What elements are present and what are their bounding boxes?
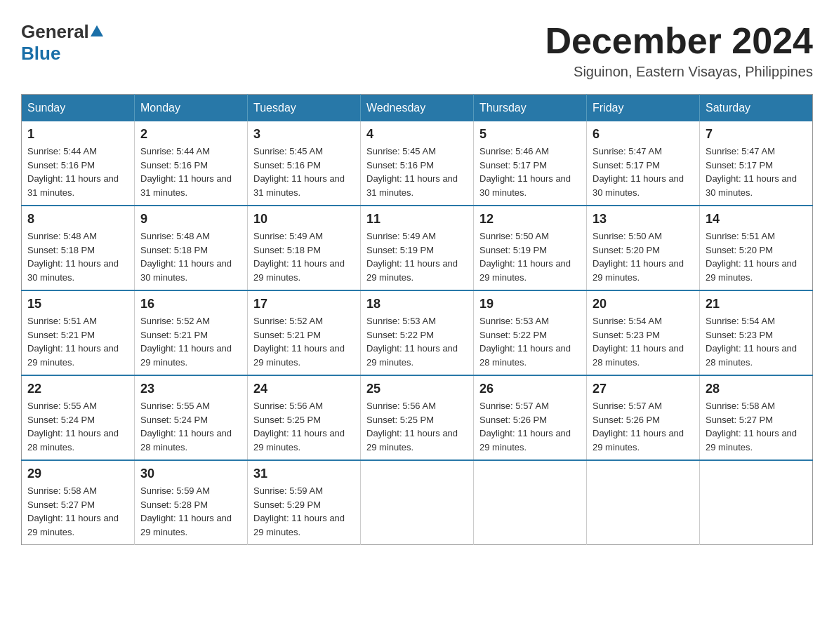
day-number: 8 [27, 212, 128, 227]
calendar-cell: 29Sunrise: 5:58 AMSunset: 5:27 PMDayligh… [22, 460, 135, 545]
calendar-cell: 6Sunrise: 5:47 AMSunset: 5:17 PMDaylight… [587, 121, 700, 206]
day-number: 4 [366, 127, 468, 142]
calendar-cell: 23Sunrise: 5:55 AMSunset: 5:24 PMDayligh… [135, 375, 248, 460]
calendar-cell: 14Sunrise: 5:51 AMSunset: 5:20 PMDayligh… [700, 206, 813, 290]
day-info: Sunrise: 5:56 AMSunset: 5:25 PMDaylight:… [366, 399, 468, 454]
header-wednesday: Wednesday [361, 95, 474, 122]
day-info: Sunrise: 5:50 AMSunset: 5:20 PMDaylight:… [593, 229, 694, 284]
day-number: 24 [253, 382, 355, 396]
day-info: Sunrise: 5:54 AMSunset: 5:23 PMDaylight:… [593, 314, 694, 369]
day-number: 2 [140, 127, 241, 142]
day-info: Sunrise: 5:49 AMSunset: 5:19 PMDaylight:… [366, 229, 468, 284]
calendar-cell [700, 460, 813, 545]
day-number: 26 [479, 382, 581, 396]
calendar-cell: 16Sunrise: 5:52 AMSunset: 5:21 PMDayligh… [135, 290, 248, 375]
calendar-cell: 10Sunrise: 5:49 AMSunset: 5:18 PMDayligh… [248, 206, 361, 290]
day-number: 9 [140, 212, 241, 227]
day-number: 31 [253, 467, 355, 481]
calendar-cell: 30Sunrise: 5:59 AMSunset: 5:28 PMDayligh… [135, 460, 248, 545]
calendar-cell: 17Sunrise: 5:52 AMSunset: 5:21 PMDayligh… [248, 290, 361, 375]
day-number: 15 [27, 297, 128, 311]
header-monday: Monday [135, 95, 248, 122]
calendar-cell: 26Sunrise: 5:57 AMSunset: 5:26 PMDayligh… [474, 375, 587, 460]
title-section: December 2024 Siguinon, Eastern Visayas,… [545, 21, 813, 80]
day-number: 12 [479, 212, 581, 227]
logo-general-text: General [21, 21, 89, 43]
header-friday: Friday [587, 95, 700, 122]
calendar-cell: 12Sunrise: 5:50 AMSunset: 5:19 PMDayligh… [474, 206, 587, 290]
day-info: Sunrise: 5:44 AMSunset: 5:16 PMDaylight:… [27, 145, 128, 199]
week-row-4: 22Sunrise: 5:55 AMSunset: 5:24 PMDayligh… [22, 375, 813, 460]
day-info: Sunrise: 5:55 AMSunset: 5:24 PMDaylight:… [27, 399, 128, 454]
calendar-cell: 8Sunrise: 5:48 AMSunset: 5:18 PMDaylight… [22, 206, 135, 290]
calendar-cell: 21Sunrise: 5:54 AMSunset: 5:23 PMDayligh… [700, 290, 813, 375]
month-title: December 2024 [545, 21, 813, 61]
day-info: Sunrise: 5:57 AMSunset: 5:26 PMDaylight:… [479, 399, 581, 454]
day-info: Sunrise: 5:56 AMSunset: 5:25 PMDaylight:… [253, 399, 355, 454]
svg-marker-0 [91, 25, 103, 36]
day-info: Sunrise: 5:53 AMSunset: 5:22 PMDaylight:… [479, 314, 581, 369]
calendar-cell: 31Sunrise: 5:59 AMSunset: 5:29 PMDayligh… [248, 460, 361, 545]
calendar-cell: 7Sunrise: 5:47 AMSunset: 5:17 PMDaylight… [700, 121, 813, 206]
day-number: 27 [593, 382, 694, 396]
day-info: Sunrise: 5:48 AMSunset: 5:18 PMDaylight:… [27, 229, 128, 284]
day-number: 3 [253, 127, 355, 142]
day-info: Sunrise: 5:48 AMSunset: 5:18 PMDaylight:… [140, 229, 241, 284]
day-number: 20 [593, 297, 694, 311]
day-number: 18 [366, 297, 468, 311]
day-number: 29 [27, 467, 128, 481]
page-header: General Blue December 2024 Siguinon, Eas… [21, 21, 813, 80]
day-info: Sunrise: 5:49 AMSunset: 5:18 PMDaylight:… [253, 229, 355, 284]
day-info: Sunrise: 5:52 AMSunset: 5:21 PMDaylight:… [253, 314, 355, 369]
week-row-3: 15Sunrise: 5:51 AMSunset: 5:21 PMDayligh… [22, 290, 813, 375]
location: Siguinon, Eastern Visayas, Philippines [545, 64, 813, 80]
calendar-cell: 25Sunrise: 5:56 AMSunset: 5:25 PMDayligh… [361, 375, 474, 460]
day-number: 14 [706, 212, 807, 227]
logo: General Blue [21, 21, 103, 65]
day-info: Sunrise: 5:52 AMSunset: 5:21 PMDaylight:… [140, 314, 241, 369]
calendar-cell: 28Sunrise: 5:58 AMSunset: 5:27 PMDayligh… [700, 375, 813, 460]
calendar-cell: 19Sunrise: 5:53 AMSunset: 5:22 PMDayligh… [474, 290, 587, 375]
logo-triangle-icon [91, 25, 103, 41]
day-number: 6 [593, 127, 694, 142]
day-info: Sunrise: 5:51 AMSunset: 5:21 PMDaylight:… [27, 314, 128, 369]
day-info: Sunrise: 5:45 AMSunset: 5:16 PMDaylight:… [366, 145, 468, 199]
day-number: 11 [366, 212, 468, 227]
day-info: Sunrise: 5:57 AMSunset: 5:26 PMDaylight:… [593, 399, 694, 454]
day-info: Sunrise: 5:58 AMSunset: 5:27 PMDaylight:… [27, 484, 128, 539]
calendar-cell: 3Sunrise: 5:45 AMSunset: 5:16 PMDaylight… [248, 121, 361, 206]
day-info: Sunrise: 5:45 AMSunset: 5:16 PMDaylight:… [253, 145, 355, 199]
day-number: 30 [140, 467, 241, 481]
day-number: 23 [140, 382, 241, 396]
day-number: 22 [27, 382, 128, 396]
header-thursday: Thursday [474, 95, 587, 122]
week-row-1: 1Sunrise: 5:44 AMSunset: 5:16 PMDaylight… [22, 121, 813, 206]
week-row-5: 29Sunrise: 5:58 AMSunset: 5:27 PMDayligh… [22, 460, 813, 545]
day-number: 17 [253, 297, 355, 311]
calendar-cell: 2Sunrise: 5:44 AMSunset: 5:16 PMDaylight… [135, 121, 248, 206]
day-info: Sunrise: 5:59 AMSunset: 5:28 PMDaylight:… [140, 484, 241, 539]
day-number: 1 [27, 127, 128, 142]
weekday-header-row: SundayMondayTuesdayWednesdayThursdayFrid… [22, 95, 813, 122]
day-number: 13 [593, 212, 694, 227]
day-number: 25 [366, 382, 468, 396]
day-number: 19 [479, 297, 581, 311]
day-info: Sunrise: 5:58 AMSunset: 5:27 PMDaylight:… [706, 399, 807, 454]
day-info: Sunrise: 5:51 AMSunset: 5:20 PMDaylight:… [706, 229, 807, 284]
calendar-cell: 27Sunrise: 5:57 AMSunset: 5:26 PMDayligh… [587, 375, 700, 460]
calendar-cell [474, 460, 587, 545]
day-number: 5 [479, 127, 581, 142]
calendar-cell: 4Sunrise: 5:45 AMSunset: 5:16 PMDaylight… [361, 121, 474, 206]
day-number: 7 [706, 127, 807, 142]
day-info: Sunrise: 5:53 AMSunset: 5:22 PMDaylight:… [366, 314, 468, 369]
day-info: Sunrise: 5:44 AMSunset: 5:16 PMDaylight:… [140, 145, 241, 199]
day-info: Sunrise: 5:55 AMSunset: 5:24 PMDaylight:… [140, 399, 241, 454]
day-info: Sunrise: 5:59 AMSunset: 5:29 PMDaylight:… [253, 484, 355, 539]
day-info: Sunrise: 5:47 AMSunset: 5:17 PMDaylight:… [706, 145, 807, 199]
calendar-cell: 5Sunrise: 5:46 AMSunset: 5:17 PMDaylight… [474, 121, 587, 206]
calendar-cell [587, 460, 700, 545]
day-number: 21 [706, 297, 807, 311]
week-row-2: 8Sunrise: 5:48 AMSunset: 5:18 PMDaylight… [22, 206, 813, 290]
header-tuesday: Tuesday [248, 95, 361, 122]
header-saturday: Saturday [700, 95, 813, 122]
